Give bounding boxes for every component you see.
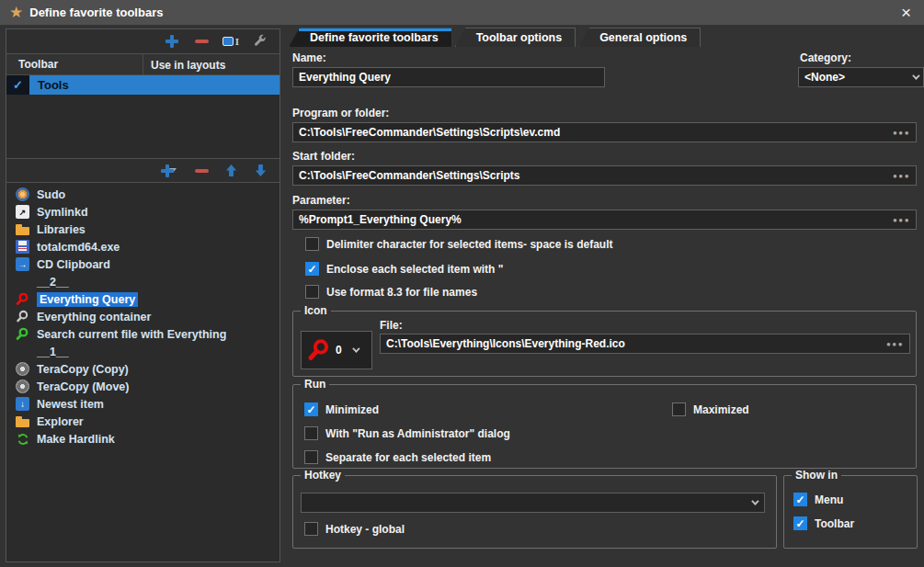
list-item[interactable]: TeraCopy (Move): [6, 378, 279, 395]
arrow-down-icon: [254, 164, 268, 177]
icon-index-select[interactable]: 0: [301, 331, 372, 369]
run-group: Run Minimized Maximized With "Run as Adm…: [292, 384, 917, 469]
arrow-down-icon: [16, 397, 29, 411]
toolbar-list: ✓ Tools: [6, 75, 279, 158]
list-item[interactable]: Everything container: [6, 308, 279, 325]
program-input[interactable]: C:\Tools\FreeCommander\Settings\Scripts\…: [292, 122, 917, 142]
add-toolbar-button[interactable]: [164, 33, 180, 50]
hotkey-select[interactable]: [301, 493, 765, 513]
rename-icon: [222, 37, 234, 46]
chevron-down-icon: [352, 345, 359, 352]
list-item[interactable]: Search current file with Everything: [6, 325, 279, 343]
parameter-label: Parameter:: [292, 194, 350, 207]
toolbar-list-header: Toolbar Use in layouts: [6, 54, 279, 75]
list-separator[interactable]: __2__: [6, 273, 279, 290]
floppy-icon: [16, 240, 29, 254]
star-icon: ★: [9, 5, 23, 20]
rename-toolbar-button[interactable]: I: [222, 33, 239, 50]
list-item-selected[interactable]: Everything Query: [6, 290, 279, 308]
list-item[interactable]: Newest item: [6, 395, 279, 413]
wrench-icon: [253, 34, 268, 49]
browse-ellipsis-icon[interactable]: ●●●: [893, 172, 910, 180]
browse-ellipsis-icon[interactable]: ●●●: [893, 216, 910, 224]
format83-checkbox-row[interactable]: Use format 8.3 for file names: [305, 285, 477, 299]
hotkey-group: Hotkey Hotkey - global: [292, 475, 777, 549]
move-item-up-button[interactable]: [222, 163, 239, 179]
check-icon: ✓: [13, 78, 23, 92]
separate-checkbox-row[interactable]: Separate for each selected item: [304, 450, 491, 464]
show-in-toolbar-checkbox-row[interactable]: Toolbar: [793, 516, 854, 530]
configure-toolbar-button[interactable]: [252, 33, 268, 50]
magnifier-red-icon: [307, 338, 331, 362]
name-input[interactable]: Everything Query: [292, 67, 605, 87]
plus-icon: [160, 164, 175, 178]
icon-file-input[interactable]: C:\Tools\Everything\Icons\Everything-Red…: [380, 334, 910, 354]
hotkey-group-title: Hotkey: [301, 469, 345, 482]
list-item[interactable]: Make Hardlink: [6, 430, 279, 448]
checkbox[interactable]: [672, 403, 686, 416]
minus-icon: [195, 40, 209, 43]
add-item-button[interactable]: [156, 163, 180, 179]
tab-toolbar-options[interactable]: Toolbar options: [455, 28, 576, 47]
title-bar: ★ Define favorite toolbars ×: [0, 0, 924, 25]
minus-icon: [195, 169, 209, 173]
checkbox[interactable]: [793, 516, 807, 530]
magnifier-red-icon: [16, 292, 29, 306]
browse-ellipsis-icon[interactable]: ●●●: [886, 340, 904, 348]
list-item[interactable]: Explorer: [6, 413, 279, 430]
list-item[interactable]: CD Clipboard: [6, 255, 279, 273]
delimiter-checkbox-row[interactable]: Delimiter character for selected items- …: [305, 237, 612, 251]
tab-bar: Define favorite toolbars Toolbar options…: [289, 28, 701, 47]
minimized-checkbox-row[interactable]: Minimized: [304, 403, 379, 416]
browse-ellipsis-icon[interactable]: ●●●: [893, 129, 910, 137]
show-in-menu-checkbox-row[interactable]: Menu: [793, 493, 843, 506]
icon-file-label: File:: [380, 319, 403, 332]
category-select[interactable]: <None>: [798, 67, 924, 87]
checkbox[interactable]: [304, 403, 318, 416]
sudo-icon: [16, 187, 29, 201]
checkbox[interactable]: [304, 426, 318, 440]
parameter-input[interactable]: %Prompt1_Everything Query% ●●●: [292, 210, 917, 230]
dialog-title: Define favorite toolbars: [29, 6, 163, 19]
close-icon[interactable]: ×: [897, 4, 915, 21]
hotkey-global-checkbox-row[interactable]: Hotkey - global: [304, 522, 405, 536]
maximized-checkbox-row[interactable]: Maximized: [672, 403, 749, 416]
run-as-admin-checkbox-row[interactable]: With "Run as Administrator" dialog: [304, 426, 510, 440]
magnifier-green-icon: [16, 327, 29, 341]
chevron-down-icon: [912, 72, 919, 79]
teracopy-icon: [16, 380, 29, 393]
remove-item-button[interactable]: [193, 163, 210, 179]
list-item[interactable]: Symlinkd: [6, 203, 279, 221]
enclose-checkbox-row[interactable]: Enclose each selected item with ": [305, 262, 503, 276]
checkbox[interactable]: [304, 522, 318, 536]
tab-general-options[interactable]: General options: [578, 28, 701, 47]
checkbox[interactable]: [305, 237, 319, 251]
list-item[interactable]: Sudo: [6, 186, 279, 203]
list-item[interactable]: Libraries: [6, 221, 279, 238]
remove-toolbar-button[interactable]: [193, 33, 210, 50]
checkbox[interactable]: [305, 285, 319, 299]
hardlink-refresh-icon: [16, 432, 29, 446]
icon-index-value: 0: [336, 344, 342, 357]
column-toolbar[interactable]: Toolbar: [6, 54, 143, 74]
start-folder-input[interactable]: C:\Tools\FreeCommander\Settings\Scripts …: [292, 165, 917, 186]
checkbox[interactable]: [793, 493, 807, 506]
toolbar-row[interactable]: ✓ Tools: [6, 75, 279, 95]
list-item[interactable]: TeraCopy (Copy): [6, 360, 279, 378]
move-item-down-button[interactable]: [252, 163, 268, 179]
toolbar-list-buttons: I: [6, 29, 279, 54]
folder-icon: [16, 414, 29, 428]
start-folder-label: Start folder:: [292, 150, 355, 163]
column-use-in-layouts[interactable]: Use in layouts: [143, 56, 279, 73]
icon-group-title: Icon: [301, 304, 331, 317]
right-panel: Define favorite toolbars Toolbar options…: [285, 26, 924, 567]
toolbar-checkbox[interactable]: ✓: [6, 75, 29, 95]
tab-define-favorite-toolbars[interactable]: Define favorite toolbars: [289, 28, 452, 47]
list-separator[interactable]: __1__: [6, 343, 279, 360]
ibeam-cursor-icon: I: [235, 36, 239, 47]
checkbox[interactable]: [305, 262, 319, 276]
checkbox[interactable]: [304, 450, 318, 464]
show-in-group: Show in Menu Toolbar: [783, 475, 918, 549]
list-item[interactable]: totalcmd64.exe: [6, 238, 279, 255]
show-in-group-title: Show in: [792, 469, 841, 482]
